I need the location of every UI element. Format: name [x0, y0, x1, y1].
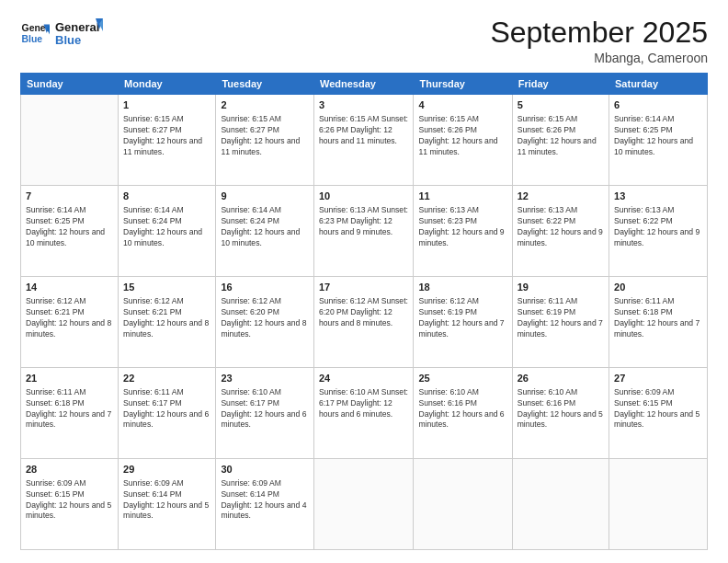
day-cell: [414, 459, 512, 550]
day-detail: Sunrise: 6:14 AM Sunset: 6:25 PM Dayligh…: [614, 114, 702, 157]
svg-text:General: General: [55, 20, 99, 34]
col-wednesday: Wednesday: [313, 74, 414, 95]
day-detail: Sunrise: 6:09 AM Sunset: 6:15 PM Dayligh…: [614, 387, 702, 431]
day-detail: Sunrise: 6:11 AM Sunset: 6:17 PM Dayligh…: [123, 387, 210, 431]
logo-svg: General Blue: [55, 17, 103, 50]
day-number: 8: [123, 190, 210, 203]
day-number: 27: [614, 372, 702, 385]
day-cell: 24Sunrise: 6:10 AM Sunset: 6:17 PM Dayli…: [313, 368, 414, 459]
day-detail: Sunrise: 6:15 AM Sunset: 6:26 PM Dayligh…: [518, 114, 604, 157]
logo: General Blue General Blue: [20, 17, 103, 50]
day-detail: Sunrise: 6:13 AM Sunset: 6:23 PM Dayligh…: [418, 205, 506, 248]
col-monday: Monday: [119, 74, 216, 95]
day-cell: 18Sunrise: 6:12 AM Sunset: 6:19 PM Dayli…: [414, 277, 512, 368]
logo-icon: General Blue: [20, 18, 50, 48]
day-detail: Sunrise: 6:13 AM Sunset: 6:22 PM Dayligh…: [518, 205, 604, 248]
col-thursday: Thursday: [414, 74, 512, 95]
day-cell: 26Sunrise: 6:10 AM Sunset: 6:16 PM Dayli…: [512, 368, 609, 459]
day-detail: Sunrise: 6:12 AM Sunset: 6:19 PM Dayligh…: [418, 296, 506, 339]
day-detail: Sunrise: 6:12 AM Sunset: 6:21 PM Dayligh…: [26, 296, 113, 339]
day-cell: 25Sunrise: 6:10 AM Sunset: 6:16 PM Dayli…: [414, 368, 512, 459]
day-detail: Sunrise: 6:10 AM Sunset: 6:16 PM Dayligh…: [418, 387, 506, 431]
day-detail: Sunrise: 6:11 AM Sunset: 6:18 PM Dayligh…: [614, 296, 702, 339]
day-number: 15: [123, 281, 210, 294]
day-number: 10: [319, 190, 409, 203]
day-cell: 21Sunrise: 6:11 AM Sunset: 6:18 PM Dayli…: [21, 368, 119, 459]
month-title: September 2025: [490, 17, 708, 49]
day-cell: 12Sunrise: 6:13 AM Sunset: 6:22 PM Dayli…: [512, 186, 609, 277]
day-detail: Sunrise: 6:10 AM Sunset: 6:17 PM Dayligh…: [221, 387, 309, 431]
col-tuesday: Tuesday: [216, 74, 314, 95]
day-cell: 20Sunrise: 6:11 AM Sunset: 6:18 PM Dayli…: [609, 277, 708, 368]
day-detail: Sunrise: 6:11 AM Sunset: 6:19 PM Dayligh…: [518, 296, 604, 339]
day-detail: Sunrise: 6:10 AM Sunset: 6:16 PM Dayligh…: [518, 387, 604, 431]
day-cell: 10Sunrise: 6:13 AM Sunset: 6:23 PM Dayli…: [313, 186, 414, 277]
day-number: 3: [319, 98, 409, 112]
week-row-2: 7Sunrise: 6:14 AM Sunset: 6:25 PM Daylig…: [21, 186, 708, 277]
day-detail: Sunrise: 6:15 AM Sunset: 6:27 PM Dayligh…: [123, 114, 210, 157]
day-cell: [512, 459, 609, 550]
svg-text:Blue: Blue: [22, 34, 43, 44]
day-detail: Sunrise: 6:12 AM Sunset: 6:20 PM Dayligh…: [221, 296, 309, 339]
day-detail: Sunrise: 6:13 AM Sunset: 6:22 PM Dayligh…: [614, 205, 702, 248]
day-number: 22: [123, 372, 210, 385]
header: General Blue General Blue September 2025: [20, 17, 708, 65]
day-number: 26: [518, 372, 604, 385]
day-cell: 9Sunrise: 6:14 AM Sunset: 6:24 PM Daylig…: [216, 186, 314, 277]
col-friday: Friday: [512, 74, 609, 95]
day-detail: Sunrise: 6:12 AM Sunset: 6:21 PM Dayligh…: [123, 296, 210, 339]
day-detail: Sunrise: 6:15 AM Sunset: 6:26 PM Dayligh…: [319, 114, 409, 147]
day-number: 21: [26, 372, 113, 385]
day-cell: 23Sunrise: 6:10 AM Sunset: 6:17 PM Dayli…: [216, 368, 314, 459]
day-cell: [313, 459, 414, 550]
day-cell: 2Sunrise: 6:15 AM Sunset: 6:27 PM Daylig…: [216, 95, 314, 186]
day-cell: 29Sunrise: 6:09 AM Sunset: 6:14 PM Dayli…: [119, 459, 216, 550]
day-cell: [21, 95, 119, 186]
day-number: 9: [221, 190, 309, 203]
header-row: Sunday Monday Tuesday Wednesday Thursday…: [21, 74, 708, 95]
day-number: 14: [26, 281, 113, 294]
day-number: 13: [614, 190, 702, 203]
day-number: 16: [221, 281, 309, 294]
svg-text:Blue: Blue: [55, 33, 81, 47]
day-number: 23: [221, 372, 309, 385]
day-number: 28: [26, 463, 113, 477]
day-number: 18: [418, 281, 506, 294]
day-detail: Sunrise: 6:12 AM Sunset: 6:20 PM Dayligh…: [319, 296, 409, 329]
day-detail: Sunrise: 6:14 AM Sunset: 6:24 PM Dayligh…: [221, 205, 309, 248]
day-cell: 22Sunrise: 6:11 AM Sunset: 6:17 PM Dayli…: [119, 368, 216, 459]
day-number: 29: [123, 463, 210, 477]
day-cell: 11Sunrise: 6:13 AM Sunset: 6:23 PM Dayli…: [414, 186, 512, 277]
week-row-3: 14Sunrise: 6:12 AM Sunset: 6:21 PM Dayli…: [21, 277, 708, 368]
page: General Blue General Blue September 2025: [0, 0, 728, 563]
day-cell: 27Sunrise: 6:09 AM Sunset: 6:15 PM Dayli…: [609, 368, 708, 459]
day-cell: 6Sunrise: 6:14 AM Sunset: 6:25 PM Daylig…: [609, 95, 708, 186]
day-number: 1: [123, 98, 210, 112]
day-detail: Sunrise: 6:14 AM Sunset: 6:25 PM Dayligh…: [26, 205, 113, 248]
title-block: September 2025 Mbanga, Cameroon: [490, 17, 708, 65]
day-detail: Sunrise: 6:09 AM Sunset: 6:15 PM Dayligh…: [26, 478, 113, 522]
day-detail: Sunrise: 6:10 AM Sunset: 6:17 PM Dayligh…: [319, 387, 409, 420]
day-cell: 8Sunrise: 6:14 AM Sunset: 6:24 PM Daylig…: [119, 186, 216, 277]
day-detail: Sunrise: 6:09 AM Sunset: 6:14 PM Dayligh…: [123, 478, 210, 522]
day-cell: 14Sunrise: 6:12 AM Sunset: 6:21 PM Dayli…: [21, 277, 119, 368]
day-number: 25: [418, 372, 506, 385]
day-number: 6: [614, 98, 702, 112]
day-cell: 30Sunrise: 6:09 AM Sunset: 6:14 PM Dayli…: [216, 459, 314, 550]
day-detail: Sunrise: 6:09 AM Sunset: 6:14 PM Dayligh…: [221, 478, 309, 522]
col-sunday: Sunday: [21, 74, 119, 95]
day-number: 24: [319, 372, 409, 385]
day-number: 17: [319, 281, 409, 294]
day-cell: 16Sunrise: 6:12 AM Sunset: 6:20 PM Dayli…: [216, 277, 314, 368]
day-number: 12: [518, 190, 604, 203]
day-number: 11: [418, 190, 506, 203]
day-cell: 7Sunrise: 6:14 AM Sunset: 6:25 PM Daylig…: [21, 186, 119, 277]
day-cell: 15Sunrise: 6:12 AM Sunset: 6:21 PM Dayli…: [119, 277, 216, 368]
day-cell: 5Sunrise: 6:15 AM Sunset: 6:26 PM Daylig…: [512, 95, 609, 186]
day-detail: Sunrise: 6:15 AM Sunset: 6:26 PM Dayligh…: [418, 114, 506, 157]
day-number: 30: [221, 463, 309, 477]
day-number: 20: [614, 281, 702, 294]
day-cell: 13Sunrise: 6:13 AM Sunset: 6:22 PM Dayli…: [609, 186, 708, 277]
calendar-table: Sunday Monday Tuesday Wednesday Thursday…: [20, 73, 708, 550]
day-cell: 17Sunrise: 6:12 AM Sunset: 6:20 PM Dayli…: [313, 277, 414, 368]
